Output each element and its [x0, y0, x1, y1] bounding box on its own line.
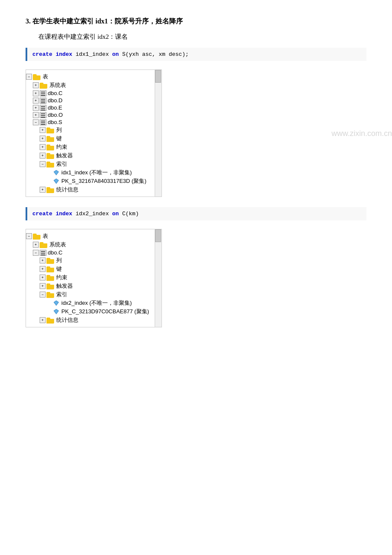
expand-icon[interactable]: +	[40, 187, 46, 193]
tree-node-label: 触发器	[56, 282, 73, 290]
tree-node[interactable]: idx1_index (不唯一，非聚集)	[26, 168, 155, 177]
folder-icon	[46, 152, 55, 159]
tree-node-label: PK_S_32167A8403317E3D (聚集)	[61, 177, 146, 185]
sub-title: 在课程表中建立索引 idx2：课名	[38, 33, 366, 41]
folder-icon	[46, 135, 55, 142]
code-keyword-on2: on	[112, 211, 119, 217]
table-icon	[40, 112, 46, 118]
tree-node-label: idx2_index (不唯一，非聚集)	[61, 299, 132, 307]
tree-node[interactable]: idx2_index (不唯一，非聚集)	[26, 299, 155, 307]
tree-node-label: 键	[56, 265, 62, 273]
tree-node[interactable]: −dbo.C	[26, 249, 155, 256]
expand-icon[interactable]: +	[33, 90, 39, 96]
tree-node[interactable]: −表	[26, 232, 155, 240]
code-keyword-create1: create	[32, 51, 52, 58]
expand-icon[interactable]: +	[40, 317, 46, 323]
tree-node-label: 表	[43, 232, 48, 240]
collapse-icon[interactable]: −	[26, 233, 32, 239]
tree-node[interactable]: +键	[26, 134, 155, 143]
code-keyword-on1: on	[112, 51, 119, 58]
expand-icon[interactable]: +	[40, 283, 46, 289]
tree-node-label: 统计信息	[56, 316, 78, 324]
expand-icon[interactable]: +	[40, 266, 46, 272]
tree-node[interactable]: +dbo.E	[26, 104, 155, 111]
collapse-icon[interactable]: −	[26, 74, 32, 80]
tree-node-label: 列	[56, 257, 62, 264]
folder-icon	[46, 317, 55, 324]
scroll-thumb-1[interactable]	[155, 70, 161, 83]
tree-node[interactable]: +统计信息	[26, 185, 155, 194]
tree-node[interactable]: PK_S_32167A8403317E3D (聚集)	[26, 177, 155, 185]
tree-node-label: 系统表	[49, 241, 66, 249]
tree-node-label: dbo.C	[48, 90, 63, 96]
table-icon	[40, 90, 46, 96]
tree-node[interactable]: +触发器	[26, 282, 155, 290]
collapse-icon[interactable]: −	[40, 161, 46, 167]
tree-node-label: 触发器	[56, 152, 73, 159]
scrollbar-1[interactable]	[155, 70, 161, 197]
tree-node-label: dbo.O	[48, 112, 63, 118]
expand-icon[interactable]: +	[33, 82, 39, 88]
tree-node[interactable]: PK_C_3213D97C0CBAE877 (聚集)	[26, 307, 155, 316]
code-keyword-index2: index	[56, 211, 72, 217]
scroll-thumb-2[interactable]	[155, 229, 161, 242]
expand-icon[interactable]: +	[33, 105, 39, 111]
expand-icon[interactable]: +	[40, 144, 46, 150]
tree-node[interactable]: +触发器	[26, 151, 155, 160]
scrollbar-2[interactable]	[155, 229, 161, 327]
tree-node[interactable]: +约束	[26, 273, 155, 282]
code-block-2: create index idx2_index on C(km)	[26, 207, 366, 220]
table-icon	[40, 98, 46, 104]
tree-node-label: idx1_index (不唯一，非聚集)	[61, 169, 132, 176]
code-keyword-create2: create	[32, 211, 52, 217]
tree-node-label: PK_C_3213D97C0CBAE877 (聚集)	[61, 308, 149, 315]
section-title: 3. 在学生表中建立索引 idx1：院系号升序，姓名降序	[26, 17, 366, 26]
index-icon	[52, 178, 60, 184]
table-icon	[40, 105, 46, 111]
tree-node-label: 约束	[56, 274, 67, 281]
tree-node[interactable]: +dbo.C	[26, 90, 155, 97]
expand-icon[interactable]: +	[33, 242, 39, 248]
folder-icon	[33, 233, 41, 240]
folder-icon	[46, 186, 55, 193]
code-block-1: create index idx1_index on S(yxh asc, xm…	[26, 48, 366, 61]
tree-node-label: 索引	[56, 160, 67, 168]
expand-icon[interactable]: +	[33, 112, 39, 118]
tree-node-label: 系统表	[49, 81, 66, 89]
tree-node[interactable]: −dbo.S	[26, 119, 155, 126]
tree-node[interactable]: +列	[26, 256, 155, 265]
expand-icon[interactable]: +	[33, 98, 39, 104]
tree-node[interactable]: −索引	[26, 290, 155, 299]
expand-icon[interactable]: +	[40, 136, 46, 142]
tree-node[interactable]: −索引	[26, 160, 155, 168]
folder-icon	[40, 82, 48, 89]
index-icon	[52, 300, 60, 306]
expand-icon[interactable]: +	[40, 275, 46, 280]
tree-node[interactable]: +列	[26, 126, 155, 134]
tree-node[interactable]: +系统表	[26, 81, 155, 90]
folder-icon	[46, 161, 55, 168]
code-keyword-index1: index	[56, 51, 72, 58]
tree-node[interactable]: +dbo.D	[26, 97, 155, 104]
tree-node[interactable]: +约束	[26, 143, 155, 151]
folder-icon	[46, 127, 55, 133]
tree-node[interactable]: −表	[26, 72, 155, 81]
tree-node[interactable]: +系统表	[26, 240, 155, 249]
collapse-icon[interactable]: −	[33, 250, 39, 256]
collapse-icon[interactable]: −	[33, 119, 39, 125]
tree-node-label: 约束	[56, 143, 67, 151]
tree-node[interactable]: +dbo.O	[26, 111, 155, 119]
expand-icon[interactable]: +	[40, 153, 46, 159]
table-icon	[40, 119, 46, 125]
folder-icon	[46, 283, 55, 289]
expand-icon[interactable]: +	[40, 127, 46, 133]
tree-node-label: 列	[56, 126, 62, 134]
collapse-icon[interactable]: −	[40, 292, 46, 298]
tree-node[interactable]: +统计信息	[26, 316, 155, 324]
watermark: www.zixin.com.cn	[331, 129, 392, 138]
tree-node-label: dbo.S	[48, 119, 62, 125]
expand-icon[interactable]: +	[40, 257, 46, 263]
folder-icon	[46, 291, 55, 298]
folder-icon	[46, 144, 55, 150]
tree-node[interactable]: +键	[26, 265, 155, 273]
